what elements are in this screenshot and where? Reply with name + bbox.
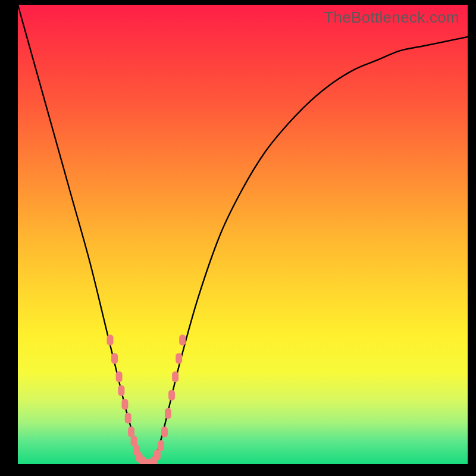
curve-svg — [18, 5, 468, 464]
watermark-label: TheBottleneck.com — [324, 8, 459, 27]
marker-point — [168, 390, 175, 400]
marker-point — [107, 335, 113, 346]
gradient-plot-area: TheBottleneck.com — [18, 5, 468, 464]
highlighted-points-group — [107, 335, 186, 464]
marker-point — [172, 371, 178, 382]
marker-point — [125, 413, 131, 424]
marker-point — [111, 353, 118, 364]
bottleneck-curve-path — [18, 5, 468, 464]
marker-point — [121, 399, 128, 410]
marker-point — [179, 335, 186, 346]
chart-frame: TheBottleneck.com — [0, 0, 476, 476]
marker-point — [118, 385, 124, 396]
marker-point — [154, 450, 161, 461]
marker-point — [158, 440, 164, 451]
marker-point — [176, 353, 182, 364]
marker-point — [161, 427, 168, 437]
marker-point — [116, 371, 123, 382]
marker-point — [131, 436, 137, 446]
marker-point — [128, 427, 134, 437]
marker-point — [165, 408, 171, 419]
